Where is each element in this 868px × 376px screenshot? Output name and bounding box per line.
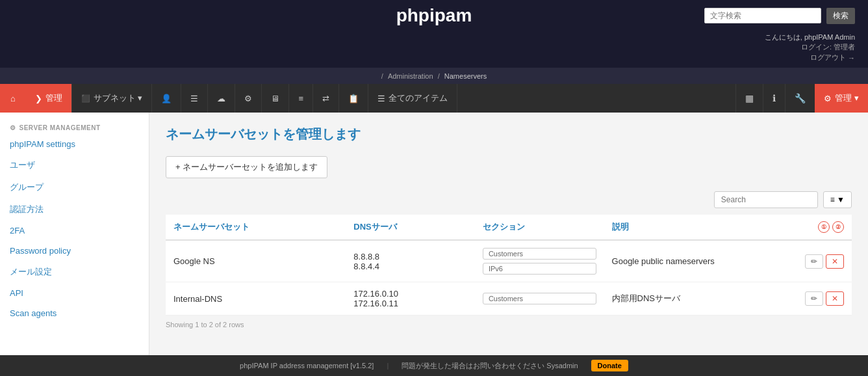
nav-tools-icon[interactable]: 🔧 (785, 84, 815, 113)
donate-button[interactable]: Donate (591, 360, 628, 371)
search-button[interactable]: 検索 (826, 8, 855, 24)
nav-info-icon[interactable]: ℹ (763, 84, 785, 113)
logo: phpipam (294, 5, 574, 26)
sidebar-item-auth[interactable]: 認証方法 (0, 198, 149, 221)
col-dns: DNSサーバ (346, 215, 475, 240)
nameset-dns: 172.16.0.10 172.16.0.11 (346, 282, 475, 316)
edit-button[interactable]: ✏ (805, 291, 823, 306)
edit-button[interactable]: ✏ (805, 254, 823, 269)
nav-item-allitems[interactable]: ☰ 全てのアイテム (368, 84, 457, 113)
sidebar-item-email[interactable]: メール設定 (0, 261, 149, 283)
page-title: ネームサーバセットを管理します (166, 126, 852, 143)
sidebar-item-user[interactable]: ユーザ (0, 154, 149, 176)
nameset-actions: ✏ ✕ (797, 240, 852, 282)
footer-separator: | (387, 362, 389, 369)
sidebar-section: ⚙ SERVER MANAGEMENT (0, 119, 149, 134)
nav-admin-menu[interactable]: ⚙ 管理 ▾ (815, 84, 868, 113)
nameset-dns: 8.8.8.8 8.8.4.4 (346, 240, 475, 282)
nav-item-monitor[interactable]: 🖥 (262, 84, 289, 113)
sidebar-item-api[interactable]: API (0, 283, 149, 303)
col-nameset: ネームサーバセット (166, 215, 346, 240)
greeting: こんにちは, phpIPAM Admin (13, 33, 855, 42)
nameset-description: 内部用DNSサーバ (604, 282, 797, 316)
view-toggle-button[interactable]: ≡ ▼ (823, 191, 852, 208)
nav-grid-icon[interactable]: ▦ (735, 84, 763, 113)
nameset-sections: Customers IPv6 (475, 240, 604, 282)
nameset-sections: Customers (475, 282, 604, 316)
sidebar-item-password[interactable]: Password policy (0, 241, 149, 261)
login-info: ログイン: 管理者 (13, 42, 855, 52)
table-row: Internal-DNS 172.16.0.10 172.16.0.11 Cus… (166, 282, 852, 316)
nav-item-book[interactable]: 📋 (339, 84, 368, 113)
sidebar-item-group[interactable]: グループ (0, 176, 149, 198)
delete-button[interactable]: ✕ (826, 291, 844, 306)
sidebar-item-phpipam-settings[interactable]: phpIPAM settings (0, 134, 149, 154)
nav-home[interactable]: ⌂ (0, 84, 26, 113)
nav-item-transfer[interactable]: ⇄ (313, 84, 339, 113)
sidebar-item-2fa[interactable]: 2FA (0, 221, 149, 241)
breadcrumb: / Administration / Nameservers (381, 72, 487, 80)
add-nameset-button[interactable]: + ネームサーバーセットを追加します (166, 156, 327, 178)
nav-item-subnets[interactable]: ⬛ サブネット ▾ (72, 84, 153, 113)
breadcrumb-admin[interactable]: Administration (388, 72, 433, 80)
row-count: Showing 1 to 2 of 2 rows (166, 316, 852, 334)
footer-app-info: phpIPAM IP address management [v1.5.2] (240, 362, 374, 369)
nav-item-menu[interactable]: ≡ (289, 84, 313, 113)
nameset-description: Google public nameservers (604, 240, 797, 282)
col-section: セクション (475, 215, 604, 240)
nav-item-list[interactable]: ☰ (181, 84, 208, 113)
nav-item-user[interactable]: 👤 (152, 84, 181, 113)
nameset-actions: ✏ ✕ (797, 282, 852, 316)
table-search-input[interactable] (714, 191, 818, 208)
sidebar-item-scan-agents[interactable]: Scan agents (0, 303, 149, 323)
nameset-name: Internal-DNS (166, 282, 346, 316)
logout-link[interactable]: ログアウト → (810, 53, 855, 62)
col-actions: ① ② (797, 215, 852, 240)
delete-button[interactable]: ✕ (826, 254, 844, 269)
nav-item-cloud[interactable]: ☁ (208, 84, 235, 113)
col-description: 説明 (604, 215, 797, 240)
nav-item-settings[interactable]: ⚙ (235, 84, 262, 113)
table-row: Google NS 8.8.8.8 8.8.4.4 Customers IPv6… (166, 240, 852, 282)
footer-help-text: 問題が発生した場合はお問い合わせください Sysadmin (402, 361, 578, 371)
nav-item-kanri[interactable]: ❯ 管理 (26, 84, 72, 113)
search-input[interactable] (704, 8, 821, 23)
nameset-name: Google NS (166, 240, 346, 282)
